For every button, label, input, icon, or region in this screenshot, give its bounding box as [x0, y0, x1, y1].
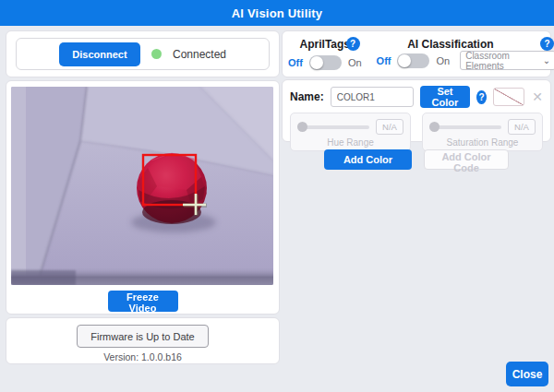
- hue-slider-handle: [297, 122, 307, 132]
- apriltags-title: AprilTags: [300, 38, 350, 51]
- saturation-slider-handle: [429, 122, 440, 132]
- apriltags-header: AprilTags ?: [288, 37, 362, 51]
- apriltags-controls: Off On: [288, 55, 362, 70]
- classification-dataset-select[interactable]: Classroom Elements ⌄: [460, 51, 554, 70]
- toggle-knob: [398, 54, 411, 67]
- ai-classification-on-label: On: [436, 55, 450, 66]
- classification-dataset-value: Classroom Elements: [465, 51, 543, 71]
- ai-classification-section: AI Classification ? Off On Classroom Ele…: [367, 31, 554, 77]
- saturation-range-value: N/A: [508, 119, 536, 135]
- range-sliders-row: N/A Hue Range N/A Saturation Range: [290, 113, 543, 151]
- saturation-range-control: N/A Saturation Range: [422, 113, 543, 151]
- apriltags-help-icon[interactable]: ?: [346, 37, 360, 51]
- firmware-panel: Firmware is Up to Date Version: 1.0.0.b1…: [6, 317, 280, 364]
- add-color-code-button: Add Color Code: [424, 149, 509, 170]
- ai-classification-help-icon[interactable]: ?: [540, 37, 554, 51]
- color-name-row: Name: Set Color ? ✕: [290, 86, 543, 108]
- saturation-slider-track: [436, 125, 501, 129]
- window-title: AI Vision Utility: [232, 6, 323, 20]
- disconnect-button[interactable]: Disconnect: [59, 42, 140, 66]
- firmware-version-label: Version: 1.0.0.b16: [6, 351, 279, 362]
- hue-slider-track: [304, 125, 369, 129]
- color-swatch-empty: [493, 88, 524, 106]
- hue-range-label: Hue Range: [297, 137, 403, 148]
- titlebar: AI Vision Utility: [0, 0, 554, 26]
- ai-classification-title: AI Classification: [407, 38, 493, 51]
- hue-range-value: N/A: [376, 119, 403, 135]
- apriltags-toggle[interactable]: [309, 55, 342, 70]
- set-color-help-icon[interactable]: ?: [476, 90, 487, 104]
- set-color-button[interactable]: Set Color: [420, 86, 471, 108]
- hue-slider: N/A: [297, 119, 403, 135]
- freeze-video-button[interactable]: Freeze Video: [108, 291, 178, 312]
- video-panel: Freeze Video: [6, 80, 280, 315]
- name-label: Name:: [290, 90, 324, 103]
- apriltags-on-label: On: [348, 57, 362, 68]
- hue-range-control: N/A Hue Range: [290, 113, 411, 151]
- ai-classification-controls: Off On Classroom Elements ⌄: [373, 51, 554, 70]
- color-name-input[interactable]: [331, 87, 414, 107]
- apriltags-section: AprilTags ? Off On: [283, 31, 367, 77]
- color-signature-panel: Name: Set Color ? ✕ N/A Hue Range N/A: [282, 79, 551, 142]
- close-button[interactable]: Close: [506, 362, 548, 386]
- ai-classification-off-label: Off: [377, 55, 391, 66]
- ai-classification-header: AI Classification ?: [373, 37, 554, 51]
- firmware-status-button[interactable]: Firmware is Up to Date: [77, 325, 208, 348]
- toggle-knob: [310, 56, 323, 69]
- apriltags-off-label: Off: [288, 57, 303, 68]
- connection-panel: Disconnect Connected: [6, 30, 280, 77]
- saturation-slider: N/A: [429, 119, 536, 135]
- add-buttons-row: Add Color Add Color Code: [282, 149, 551, 170]
- saturation-range-label: Saturation Range: [429, 137, 536, 148]
- ai-classification-toggle[interactable]: [397, 53, 429, 68]
- chevron-down-icon: ⌄: [543, 58, 550, 64]
- remove-color-icon[interactable]: ✕: [532, 89, 543, 104]
- camera-feed-image: [11, 87, 273, 285]
- connected-status-dot: [151, 49, 162, 59]
- connection-status-label: Connected: [173, 48, 226, 61]
- ai-vision-utility-window: AI Vision Utility Disconnect Connected: [0, 0, 554, 392]
- detection-modes-panel: AprilTags ? Off On AI Classification ? O…: [282, 30, 551, 77]
- camera-feed[interactable]: [11, 87, 273, 285]
- add-color-button[interactable]: Add Color: [324, 149, 412, 170]
- connection-status-box: Disconnect Connected: [16, 38, 270, 70]
